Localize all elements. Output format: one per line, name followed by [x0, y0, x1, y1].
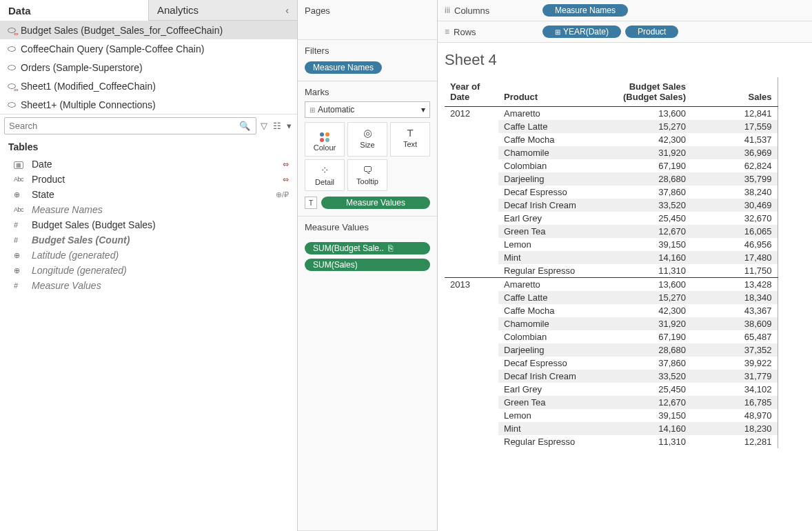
field-item[interactable]: #Budget Sales (Budget Sales)	[0, 217, 297, 232]
cell-product: Green Tea	[498, 396, 605, 409]
cell-product: Mint	[498, 422, 605, 435]
table-row[interactable]: Decaf Espresso37,86038,240	[445, 186, 778, 199]
table-row[interactable]: 2012Amaretto13,60012,841	[445, 107, 778, 121]
marks-detail-label: Detail	[315, 178, 334, 186]
sheet-title[interactable]: Sheet 4	[445, 51, 805, 69]
field-item[interactable]: AbcMeasure Names	[0, 202, 297, 217]
marks-type-dropdown[interactable]: ⊞Automatic ▾	[305, 101, 430, 118]
marks-detail[interactable]: ⁘Detail	[305, 159, 345, 191]
marks-text-pill[interactable]: Measure Values	[321, 197, 430, 209]
marks-size[interactable]: ◎Size	[347, 122, 387, 157]
filter-pill-measurenames[interactable]: Measure Names	[305, 61, 382, 74]
cell-budget: 31,920	[605, 146, 691, 159]
table-row[interactable]: Decaf Irish Cream33,52030,469	[445, 199, 778, 212]
table-row[interactable]: Chamomile31,92038,609	[445, 317, 778, 330]
field-label: Longitude (generated)	[32, 265, 127, 276]
rows-pill-year[interactable]: ⊞YEAR(Date)	[542, 26, 621, 38]
field-item[interactable]: #Budget Sales (Count)	[0, 232, 297, 248]
view-options-icon[interactable]: ☷	[272, 119, 283, 132]
pages-shelf[interactable]: Pages	[298, 0, 437, 40]
table-row[interactable]: Decaf Irish Cream33,52031,779	[445, 370, 778, 383]
marks-colour[interactable]: Colour	[305, 122, 345, 157]
cell-year	[445, 264, 498, 278]
search-input-wrapper[interactable]: 🔍	[4, 117, 256, 134]
th-budget[interactable]: Budget Sales(Budget Sales)	[605, 77, 691, 107]
table-row[interactable]: Regular Espresso11,31012,281	[445, 435, 778, 448]
table-row[interactable]: Colombian67,19062,824	[445, 159, 778, 172]
field-item[interactable]: #Measure Values	[0, 278, 297, 293]
cell-budget: 14,160	[605, 422, 691, 435]
link-icon[interactable]: ⇔	[283, 175, 289, 184]
search-input[interactable]	[9, 121, 238, 131]
cell-budget: 39,150	[605, 238, 691, 251]
cell-year	[445, 343, 498, 357]
cell-sales: 16,065	[691, 225, 778, 238]
cell-product: Regular Espresso	[498, 264, 605, 278]
cell-year	[445, 238, 498, 251]
datasource-item[interactable]: ⬭Orders (Sample-Superstore)	[0, 58, 297, 77]
field-item[interactable]: ⊕State⊕/₽	[0, 187, 297, 202]
field-item[interactable]: AbcProduct⇔	[0, 172, 297, 187]
field-item[interactable]: ⊕Longitude (generated)	[0, 263, 297, 278]
search-icon[interactable]: 🔍	[238, 119, 252, 132]
table-row[interactable]: Mint14,16017,480	[445, 251, 778, 264]
table-row[interactable]: Decaf Espresso37,86039,922	[445, 357, 778, 370]
table-row[interactable]: Caffe Mocha42,30041,537	[445, 133, 778, 146]
cell-budget: 13,600	[605, 278, 691, 292]
collapse-panel-icon[interactable]: ‹	[285, 5, 289, 16]
th-product[interactable]: Product	[498, 77, 605, 107]
cell-sales: 34,102	[691, 383, 778, 396]
columns-pill-measurenames[interactable]: Measure Names	[542, 4, 628, 17]
datasource-item[interactable]: ⬭CoffeeChain Query (Sample-Coffee Chain)	[0, 39, 297, 58]
field-item[interactable]: ▦Date⇔	[0, 157, 297, 172]
datasource-icon: ⬭⇔	[7, 24, 17, 36]
columns-shelf[interactable]: iiiColumns Measure Names	[438, 0, 812, 21]
table-row[interactable]: Darjeeling28,68037,352	[445, 343, 778, 357]
tab-data[interactable]: Data	[0, 0, 148, 21]
cell-budget: 33,520	[605, 199, 691, 212]
cell-product: Caffe Mocha	[498, 304, 605, 317]
table-row[interactable]: Regular Espresso11,31011,750	[445, 264, 778, 278]
marks-text[interactable]: TText	[390, 122, 430, 157]
filter-icon[interactable]: ▽	[259, 119, 269, 132]
link-icon[interactable]: ⇔	[283, 160, 289, 169]
table-row[interactable]: Earl Grey25,45034,102	[445, 383, 778, 396]
cell-product: Earl Grey	[498, 212, 605, 225]
measure-values-shelf[interactable]: Measure Values SUM(Budget Sale.. ⎘ SUM(S…	[298, 217, 437, 531]
table-row[interactable]: 2013Amaretto13,60013,428	[445, 278, 778, 292]
rows-shelf[interactable]: ≡Rows ⊞YEAR(Date) Product	[438, 21, 812, 43]
cell-budget: 15,270	[605, 291, 691, 304]
field-item[interactable]: ⊕Latitude (generated)	[0, 248, 297, 263]
datasource-item[interactable]: ⬭⇔Sheet1 (Modified_CoffeeChain)	[0, 77, 297, 95]
datasource-item[interactable]: ⬭⇔Budget Sales (Budget_Sales_for_CoffeeC…	[0, 21, 297, 39]
tab-analytics[interactable]: Analytics ‹	[148, 0, 297, 21]
table-row[interactable]: Darjeeling28,68035,799	[445, 172, 778, 186]
marks-tooltip[interactable]: 🗨Tooltip	[347, 159, 387, 191]
th-sales[interactable]: Sales	[691, 77, 778, 107]
table-row[interactable]: Caffe Mocha42,30043,367	[445, 304, 778, 317]
table-row[interactable]: Colombian67,19065,487	[445, 330, 778, 343]
table-row[interactable]: Green Tea12,67016,065	[445, 225, 778, 238]
text-icon: T	[392, 127, 428, 139]
cell-budget: 37,860	[605, 186, 691, 199]
rows-pill-product[interactable]: Product	[625, 26, 678, 38]
table-row[interactable]: Earl Grey25,45032,670	[445, 212, 778, 225]
marks-shelf: Marks ⊞Automatic ▾ Colour ◎Size TText ⁘D…	[298, 81, 437, 217]
measure-values-label: Measure Values	[305, 222, 430, 232]
table-row[interactable]: Caffe Latte15,27018,340	[445, 291, 778, 304]
table-row[interactable]: Chamomile31,92036,969	[445, 146, 778, 159]
datasource-item[interactable]: ⬭Sheet1+ (Multiple Connections)	[0, 95, 297, 114]
table-row[interactable]: Caffe Latte15,27017,559	[445, 120, 778, 133]
cell-year: 2013	[445, 278, 498, 292]
cell-year	[445, 317, 498, 330]
table-row[interactable]: Lemon39,15048,970	[445, 409, 778, 422]
filters-shelf[interactable]: Filters Measure Names	[298, 40, 437, 81]
mv-pill-sales[interactable]: SUM(Sales)	[305, 259, 430, 271]
mv-pill-budget[interactable]: SUM(Budget Sale.. ⎘	[305, 242, 430, 254]
table-row[interactable]: Mint14,16018,230	[445, 422, 778, 435]
table-row[interactable]: Green Tea12,67016,785	[445, 396, 778, 409]
table-row[interactable]: Lemon39,15046,956	[445, 238, 778, 251]
th-year[interactable]: Year ofDate	[445, 77, 498, 107]
view-caret-icon[interactable]: ▾	[285, 119, 293, 132]
hash-icon: #	[14, 236, 26, 244]
